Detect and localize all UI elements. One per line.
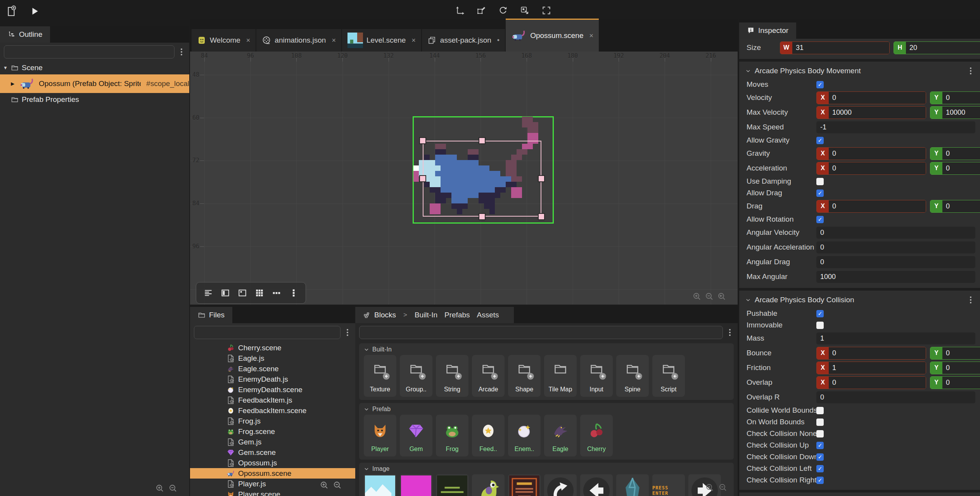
grid-button[interactable] — [254, 287, 265, 299]
file-item-eagle-js[interactable]: Eagle.js — [190, 353, 355, 363]
image-block-magenta[interactable] — [400, 474, 432, 496]
block-shape[interactable]: Shape — [508, 355, 541, 397]
angular-acceleration-input[interactable] — [816, 241, 975, 253]
block-arcade[interactable]: Arcade — [472, 355, 505, 397]
edit-transform-tool-button[interactable] — [475, 4, 488, 17]
acceleration-y-input[interactable] — [942, 162, 980, 174]
dirty-dot[interactable]: • — [497, 36, 500, 45]
caret-down-icon[interactable]: ▼ — [3, 65, 9, 71]
zoom-in-button[interactable] — [320, 480, 329, 490]
zoom-selection-tool-button[interactable] — [518, 4, 531, 17]
block-texture[interactable]: Texture — [364, 355, 396, 397]
block-input[interactable]: Input — [580, 355, 613, 397]
dots-vertical-button[interactable] — [288, 287, 299, 299]
immovable-checkbox[interactable] — [816, 322, 824, 329]
moves-checkbox[interactable]: ✓ — [816, 81, 824, 88]
breadcrumb-link-assets[interactable]: Assets — [477, 311, 499, 319]
bounce-x-input[interactable] — [829, 347, 926, 359]
zoom-in-button[interactable] — [705, 483, 714, 492]
tab-inspector[interactable]: Inspector — [739, 22, 796, 39]
new-file-button[interactable] — [5, 5, 18, 18]
image-block-crystal[interactable] — [616, 474, 649, 496]
file-item-opossum-scene[interactable]: Opossum.scene — [190, 468, 355, 479]
file-item-player-scene[interactable]: Player.scene — [190, 489, 355, 496]
chevron-down-icon[interactable] — [364, 347, 369, 352]
size-w-input[interactable] — [792, 42, 889, 54]
editor-tab-asset-pack-json[interactable]: asset-pack.json• — [422, 29, 505, 52]
angular-drag-input[interactable] — [816, 256, 975, 268]
outline-search-input[interactable] — [4, 45, 175, 59]
selection-handle-top-left[interactable] — [419, 137, 426, 144]
check-collision-up-checkbox[interactable]: ✓ — [816, 442, 824, 449]
friction-x-input[interactable] — [829, 362, 926, 374]
file-item-gem-scene[interactable]: Gem.scene — [190, 447, 355, 458]
file-item-frog-js[interactable]: Frog.js — [190, 416, 355, 426]
editor-tab-level-scene[interactable]: Level.scene× — [342, 29, 421, 52]
tree-item-opossum[interactable]: ▶ Opossum (Prefab Object: Sprite) #scope… — [0, 74, 189, 93]
zoom-out-button[interactable] — [333, 480, 342, 490]
chevron-down-icon[interactable] — [745, 297, 751, 303]
gravity-x-input[interactable] — [829, 148, 926, 160]
editor-tab-opossum-scene[interactable]: Opossum.scene× — [506, 19, 599, 52]
files-search-input[interactable] — [194, 326, 340, 339]
zoom-out-button[interactable] — [718, 483, 728, 492]
tab-outline[interactable]: Outline — [0, 26, 50, 43]
chevron-down-icon[interactable] — [364, 466, 369, 472]
prefab-block-feed[interactable]: Feed.. — [472, 415, 505, 456]
max-velocity-x-input[interactable] — [829, 107, 926, 119]
editor-tab-animations-json[interactable]: animations.json× — [256, 29, 341, 52]
tab-files[interactable]: Files — [190, 307, 232, 323]
check-collision-down-checkbox[interactable]: ✓ — [816, 453, 824, 461]
image-block-arrow-left[interactable] — [580, 474, 613, 496]
selection-handle-middle-right[interactable] — [538, 175, 545, 182]
friction-y-input[interactable] — [942, 362, 980, 374]
editor-tab-welcome[interactable]: Welcome× — [192, 29, 256, 52]
tab-blocks[interactable]: Blocks > Built-InPrefabsAssets — [355, 307, 514, 323]
play-button[interactable] — [28, 5, 41, 18]
selection-handle-middle-left[interactable] — [419, 175, 426, 182]
origin-button[interactable] — [237, 287, 248, 299]
file-item-feedbackitem-js[interactable]: FeedbackItem.js — [190, 395, 355, 405]
scene-canvas[interactable]: 8496108120132144156168180192204216 48607… — [190, 52, 738, 305]
close-icon[interactable]: × — [411, 36, 416, 45]
zoom-in-button[interactable] — [692, 292, 702, 301]
allow-rotation-checkbox[interactable]: ✓ — [816, 216, 824, 223]
check-collision-left-checkbox[interactable]: ✓ — [816, 465, 824, 472]
prefab-block-frog[interactable]: Frog — [436, 415, 468, 456]
allow-gravity-checkbox[interactable]: ✓ — [816, 137, 824, 144]
file-item-cherry-scene[interactable]: Cherry.scene — [190, 343, 355, 353]
selection-handle-top-middle[interactable] — [479, 137, 486, 144]
image-block-press-enter[interactable]: PRESS ENTER — [652, 474, 685, 496]
image-block-dino[interactable] — [472, 474, 505, 496]
panel-left-button[interactable] — [220, 287, 231, 299]
block-tile-map[interactable]: Tile Map — [544, 355, 577, 397]
file-item-gem-js[interactable]: Gem.js — [190, 437, 355, 447]
tree-item-scene[interactable]: ▼ Scene — [0, 61, 189, 74]
blocks-search-input[interactable] — [359, 326, 723, 339]
zoom-in-button[interactable] — [155, 484, 164, 493]
overlap-y-input[interactable] — [942, 377, 980, 389]
drag-y-input[interactable] — [942, 200, 980, 212]
block-spine[interactable]: Spine — [616, 355, 649, 397]
selection-handle-bottom-right[interactable] — [538, 213, 545, 220]
section-menu-kebab-icon[interactable] — [970, 70, 971, 72]
file-item-eagle-scene[interactable]: Eagle.scene — [190, 363, 355, 374]
tree-item-prefab-properties[interactable]: Prefab Properties — [0, 93, 189, 106]
acceleration-x-input[interactable] — [829, 162, 926, 174]
move-tool-button[interactable] — [453, 4, 466, 17]
block-string[interactable]: String — [436, 355, 468, 397]
image-block-poster[interactable] — [508, 474, 541, 496]
prefab-block-enem[interactable]: Enem.. — [508, 415, 541, 456]
size-h-input[interactable] — [906, 42, 980, 54]
align-lines-button[interactable] — [202, 287, 214, 299]
angular-velocity-input[interactable] — [816, 227, 975, 239]
close-icon[interactable]: × — [332, 36, 336, 45]
prefab-block-player[interactable]: Player — [364, 415, 396, 456]
on-world-bounds-checkbox[interactable] — [816, 418, 824, 426]
file-item-frog-scene[interactable]: Frog.scene — [190, 426, 355, 437]
blocks-menu-kebab-icon[interactable] — [729, 332, 731, 333]
max-speed-input[interactable] — [816, 121, 975, 133]
caret-right-icon[interactable]: ▶ — [11, 81, 16, 86]
rotate-tool-button[interactable] — [496, 4, 510, 17]
file-item-enemydeath-js[interactable]: EnemyDeath.js — [190, 374, 355, 384]
